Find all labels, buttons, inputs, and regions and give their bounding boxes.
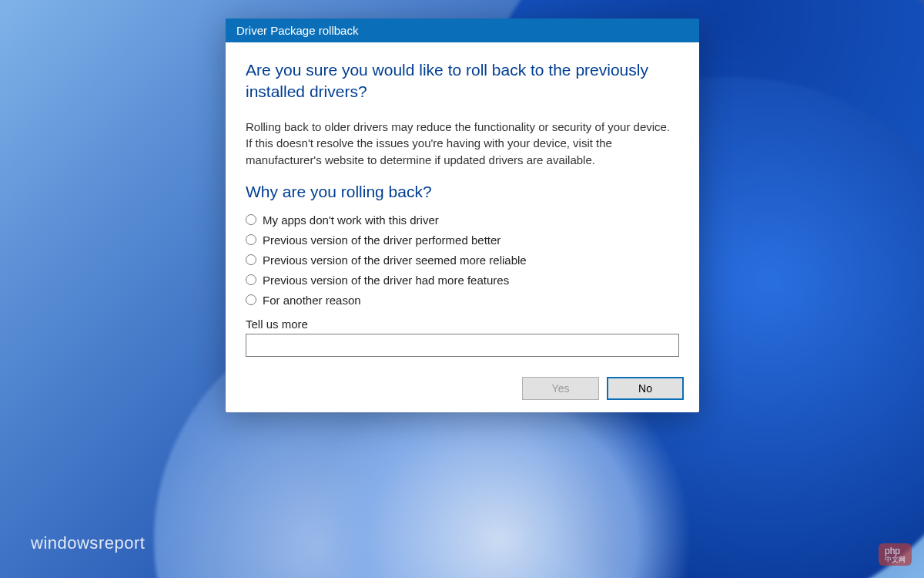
dialog-titlebar[interactable]: Driver Package rollback (226, 18, 699, 42)
reason-label: My apps don't work with this driver (263, 213, 439, 227)
reason-option-performed-better[interactable]: Previous version of the driver performed… (246, 234, 679, 247)
watermark-text-thin: windows (31, 533, 99, 553)
php-watermark: php 中文网 (879, 543, 912, 566)
reason-radio[interactable] (246, 234, 256, 245)
reason-option-another-reason[interactable]: For another reason (246, 294, 679, 307)
dialog-title: Driver Package rollback (236, 24, 358, 37)
watermark-php-sub: 中文网 (885, 556, 906, 563)
tell-us-more-input[interactable] (246, 334, 679, 357)
dialog-reason-heading: Why are you rolling back? (246, 183, 679, 201)
rollback-reason-group: My apps don't work with this driver Prev… (246, 213, 679, 307)
watermark-text-bold: report (99, 533, 145, 553)
reason-option-more-reliable[interactable]: Previous version of the driver seemed mo… (246, 254, 679, 267)
dialog-button-row: Yes No (226, 369, 699, 412)
windowsreport-watermark: windowsreport (31, 533, 145, 553)
reason-radio[interactable] (246, 214, 256, 225)
no-button[interactable]: No (607, 377, 684, 400)
reason-label: For another reason (263, 294, 361, 307)
driver-rollback-dialog: Driver Package rollback Are you sure you… (226, 18, 699, 412)
reason-label: Previous version of the driver seemed mo… (263, 254, 527, 267)
dialog-main-heading: Are you sure you would like to roll back… (246, 59, 679, 103)
watermark-php-main: php (885, 546, 900, 556)
reason-option-apps-dont-work[interactable]: My apps don't work with this driver (246, 213, 679, 227)
reason-option-more-features[interactable]: Previous version of the driver had more … (246, 274, 679, 287)
reason-radio[interactable] (246, 294, 256, 305)
reason-label: Previous version of the driver performed… (263, 234, 500, 247)
dialog-warning-text: Rolling back to older drivers may reduce… (246, 119, 679, 169)
tell-us-more-label: Tell us more (246, 318, 679, 331)
reason-label: Previous version of the driver had more … (263, 274, 509, 287)
dialog-content: Are you sure you would like to roll back… (226, 42, 699, 369)
reason-radio[interactable] (246, 254, 256, 265)
yes-button[interactable]: Yes (522, 377, 599, 400)
reason-radio[interactable] (246, 274, 256, 285)
